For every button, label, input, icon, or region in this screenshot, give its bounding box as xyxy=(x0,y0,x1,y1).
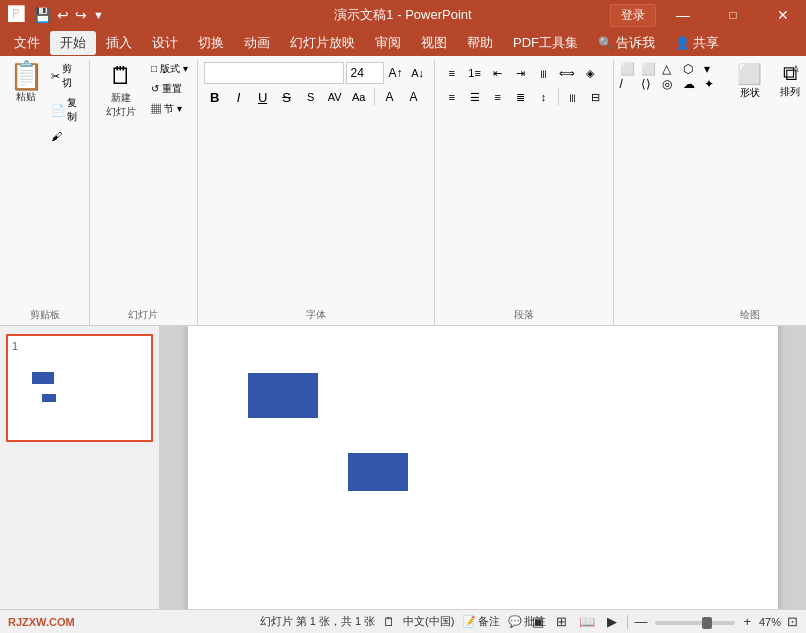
paragraph-label: 段落 xyxy=(441,306,607,325)
menu-item-review[interactable]: 审阅 xyxy=(365,31,411,55)
title-bar-left: 🅿 💾 ↩ ↪ ▼ xyxy=(8,6,104,24)
zoom-in-button[interactable]: + xyxy=(743,614,751,629)
bold-button[interactable]: B xyxy=(204,86,226,108)
highlight-button[interactable]: A xyxy=(403,86,425,108)
section-button[interactable]: ▦ 节 ▾ xyxy=(148,100,191,118)
increase-size-button[interactable]: A↑ xyxy=(386,63,406,83)
line-spacing-button[interactable]: ↕ xyxy=(533,86,555,108)
font-color-button[interactable]: A xyxy=(379,86,401,108)
cut-button[interactable]: ✂ 剪切 xyxy=(48,60,83,92)
zoom-level[interactable]: 47% xyxy=(759,616,781,628)
status-right: ▣ ⊞ 📖 ▶ — + 47% ⊡ xyxy=(528,612,798,631)
canvas-area xyxy=(160,326,806,609)
shadow-button[interactable]: S xyxy=(300,86,322,108)
slidesorter-button[interactable]: ⊞ xyxy=(552,612,571,631)
spacing-button[interactable]: AV xyxy=(324,86,346,108)
menu-item-help[interactable]: 帮助 xyxy=(457,31,503,55)
align-right-button[interactable]: ≡ xyxy=(487,86,509,108)
reading-view-button[interactable]: 📖 xyxy=(575,612,599,631)
change-case-button[interactable]: Aa xyxy=(348,86,370,108)
comments-button[interactable]: 💬批注 xyxy=(508,614,546,629)
zoom-thumb xyxy=(702,617,712,629)
undo-icon[interactable]: ↩ xyxy=(57,7,69,23)
slide-thumbnail[interactable]: 1 xyxy=(6,334,153,442)
zoom-out-button[interactable]: — xyxy=(634,614,647,629)
menu-item-animations[interactable]: 动画 xyxy=(234,31,280,55)
menu-item-transitions[interactable]: 切换 xyxy=(188,31,234,55)
menu-item-home[interactable]: 开始 xyxy=(50,31,96,55)
menu-item-design[interactable]: 设计 xyxy=(142,31,188,55)
decrease-indent-button[interactable]: ⇤ xyxy=(487,62,509,84)
font-group: A↑ A↓ B I U S S AV Aa A A 字体 xyxy=(198,60,435,325)
slideshow-button[interactable]: ▶ xyxy=(603,612,621,631)
watermark: RJZXW.COM xyxy=(8,616,75,628)
font-size-input[interactable] xyxy=(346,62,384,84)
login-button[interactable]: 登录 xyxy=(610,4,656,27)
align-center-button[interactable]: ☰ xyxy=(464,86,486,108)
drawing-label: 绘图 xyxy=(620,306,806,325)
copy-button[interactable]: 📄 复制 xyxy=(48,94,83,126)
slide-info: 幻灯片 第 1 张，共 1 张 xyxy=(260,614,376,629)
italic-button[interactable]: I xyxy=(228,86,250,108)
bullets-button[interactable]: ≡ xyxy=(441,62,463,84)
clipboard-label: 剪贴板 xyxy=(6,306,83,325)
save-icon[interactable]: 💾 xyxy=(34,7,51,23)
menu-item-insert[interactable]: 插入 xyxy=(96,31,142,55)
arrange-button[interactable]: ⧉ 排列 xyxy=(772,62,806,99)
strikethrough-button[interactable]: S xyxy=(276,86,298,108)
format-painter-button[interactable]: 🖌 xyxy=(48,128,83,144)
language-label: 中文(中国) xyxy=(403,614,454,629)
menu-item-view[interactable]: 视图 xyxy=(411,31,457,55)
status-center: 幻灯片 第 1 张，共 1 张 🗒 中文(中国) 📝备注 💬批注 xyxy=(260,614,547,629)
notes-button[interactable]: 📝备注 xyxy=(462,614,500,629)
slides-group: 🗒 新建幻灯片 □ 版式 ▾ ↺ 重置 ▦ 节 ▾ 幻灯片 xyxy=(90,60,198,325)
title-bar-right: 登录 — □ ✕ xyxy=(610,0,806,30)
text-direction-button[interactable]: ⟺ xyxy=(556,62,578,84)
slide-number: 1 xyxy=(12,340,147,352)
shape-gallery[interactable]: ⬜ ⬜ △ ⬡ ▾ / ⟨⟩ ◎ ☁ ✦ xyxy=(620,62,724,91)
reset-button[interactable]: ↺ 重置 xyxy=(148,80,191,98)
menu-bar: 文件 开始 插入 设计 切换 动画 幻灯片放映 审阅 视图 帮助 PDF工具集 … xyxy=(0,30,806,56)
numbering-button[interactable]: 1≡ xyxy=(464,62,486,84)
canvas-rect2[interactable] xyxy=(348,453,408,491)
ribbon: 📋 粘贴 ✂ 剪切 📄 复制 🖌 剪贴板 🗒 新建幻灯片 □ 版式 ▾ xyxy=(0,56,806,326)
decrease-size-button[interactable]: A↓ xyxy=(408,63,428,83)
ribbon-collapse-button[interactable]: ∧ xyxy=(792,62,800,75)
minimize-button[interactable]: — xyxy=(660,0,706,30)
zoom-slider[interactable] xyxy=(655,621,735,625)
shape-button[interactable]: ⬜ 形状 xyxy=(732,62,768,100)
status-bar: RJZXW.COM 幻灯片 第 1 张，共 1 张 🗒 中文(中国) 📝备注 💬… xyxy=(0,609,806,633)
justify-button[interactable]: ≣ xyxy=(510,86,532,108)
close-button[interactable]: ✕ xyxy=(760,0,806,30)
redo-icon[interactable]: ↪ xyxy=(75,7,87,23)
menu-item-tell[interactable]: 🔍告诉我 xyxy=(588,31,665,55)
canvas-rect1[interactable] xyxy=(248,373,318,418)
paste-button[interactable]: 📋 粘贴 xyxy=(6,60,46,106)
fit-button[interactable]: ⊡ xyxy=(787,614,798,629)
slide-canvas[interactable] xyxy=(188,326,778,609)
drawing-group: ⬜ ⬜ △ ⬡ ▾ / ⟨⟩ ◎ ☁ ✦ ⬜ 形状 xyxy=(614,60,806,325)
convert-smartart-button[interactable]: ◈ xyxy=(579,62,601,84)
increase-indent-button[interactable]: ⇥ xyxy=(510,62,532,84)
status-left: RJZXW.COM xyxy=(8,616,75,628)
menu-item-slideshow[interactable]: 幻灯片放映 xyxy=(280,31,365,55)
columns-button[interactable]: ⫼ xyxy=(562,86,584,108)
thumb-rect2 xyxy=(42,394,56,402)
menu-item-share[interactable]: 👤共享 xyxy=(665,31,729,55)
page-icon[interactable]: 🗒 xyxy=(383,615,395,629)
col-count-button[interactable]: ⫼ xyxy=(533,62,555,84)
app-icon: 🅿 xyxy=(8,6,24,24)
layout-button[interactable]: □ 版式 ▾ xyxy=(148,60,191,78)
font-name-input[interactable] xyxy=(204,62,344,84)
underline-button[interactable]: U xyxy=(252,86,274,108)
align-left-button[interactable]: ≡ xyxy=(441,86,463,108)
text-align-v-button[interactable]: ⊟ xyxy=(585,86,607,108)
customize-icon[interactable]: ▼ xyxy=(93,9,104,21)
menu-item-file[interactable]: 文件 xyxy=(4,31,50,55)
maximize-button[interactable]: □ xyxy=(710,0,756,30)
menu-item-pdf[interactable]: PDF工具集 xyxy=(503,31,588,55)
slide-panel: 1 xyxy=(0,326,160,609)
new-slide-button[interactable]: 🗒 新建幻灯片 xyxy=(96,60,146,121)
paragraph-group: ≡ 1≡ ⇤ ⇥ ⫼ ⟺ ◈ ≡ ☰ ≡ ≣ ↕ ⫼ ⊟ xyxy=(435,60,614,325)
font-label: 字体 xyxy=(204,306,428,325)
